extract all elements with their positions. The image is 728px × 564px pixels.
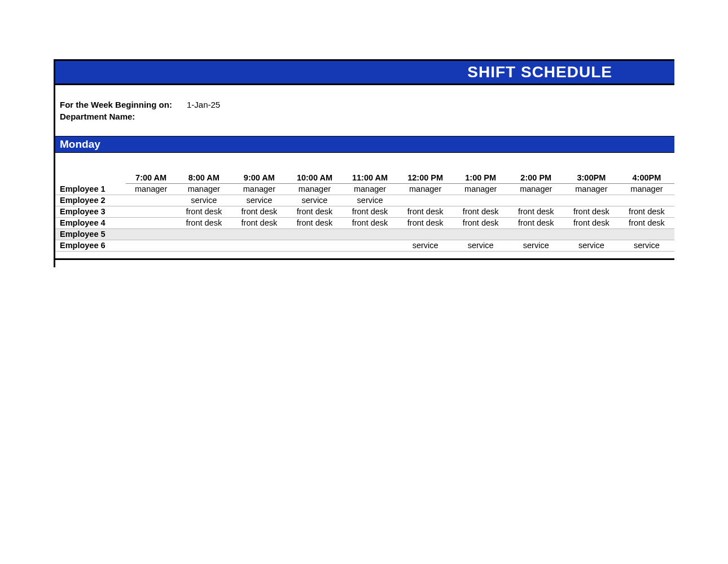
shift-cell: front desk [508, 217, 564, 228]
meta-block: For the Week Beginning on: 1-Jan-25 Depa… [55, 85, 674, 136]
shift-cell [287, 228, 342, 240]
shift-cell: manager [176, 183, 231, 195]
shift-cell [126, 217, 176, 228]
shift-cell: front desk [343, 206, 398, 217]
shift-cell: front desk [619, 206, 674, 217]
shift-cell: manager [453, 183, 508, 195]
shift-cell [619, 228, 674, 240]
shift-cell [126, 240, 176, 251]
week-beginning-label: For the Week Beginning on: [60, 99, 187, 111]
shift-cell: front desk [398, 217, 453, 228]
hour-header: 9:00 AM [231, 172, 287, 183]
shift-cell: front desk [453, 206, 508, 217]
table-row: Employee 4front deskfront deskfront desk… [55, 217, 674, 228]
shift-cell [176, 228, 231, 240]
hour-header: 12:00 PM [398, 172, 453, 183]
hour-header: 10:00 AM [287, 172, 342, 183]
hour-header: 8:00 AM [176, 172, 231, 183]
shift-cell: service [176, 195, 231, 206]
shift-cell [126, 195, 176, 206]
shift-cell: manager [343, 183, 398, 195]
shift-cell: front desk [619, 217, 674, 228]
hour-header: 7:00 AM [126, 172, 176, 183]
shift-cell: front desk [231, 206, 287, 217]
department-name-label: Department Name: [60, 111, 187, 122]
hour-header: 3:00PM [564, 172, 619, 183]
shift-cell: service [398, 240, 453, 251]
shift-cell [619, 195, 674, 206]
shift-cell: manager [564, 183, 619, 195]
shift-cell [398, 228, 453, 240]
employee-name: Employee 5 [55, 228, 126, 240]
week-beginning-value: 1-Jan-25 [187, 99, 220, 111]
meta-dept-row: Department Name: [60, 111, 674, 122]
shift-cell [453, 195, 508, 206]
shift-cell: front desk [176, 206, 231, 217]
shift-cell: front desk [287, 217, 342, 228]
shift-cell: service [564, 240, 619, 251]
shift-cell: manager [619, 183, 674, 195]
employee-name: Employee 4 [55, 217, 126, 228]
shift-cell: front desk [564, 206, 619, 217]
shift-cell: service [343, 195, 398, 206]
schedule-table-body: Employee 1managermanagermanagermanagerma… [55, 183, 674, 251]
table-row: Employee 3front deskfront deskfront desk… [55, 206, 674, 217]
shift-cell [508, 195, 564, 206]
table-row: Employee 2serviceserviceserviceservice [55, 195, 674, 206]
hour-header: 11:00 AM [343, 172, 398, 183]
header-blank [55, 172, 126, 183]
employee-name: Employee 1 [55, 183, 126, 195]
shift-cell [343, 228, 398, 240]
hour-header: 2:00 PM [508, 172, 564, 183]
shift-cell [231, 228, 287, 240]
shift-cell [453, 228, 508, 240]
shift-cell [398, 195, 453, 206]
shift-cell: front desk [564, 217, 619, 228]
hours-row: 7:00 AM 8:00 AM 9:00 AM 10:00 AM 11:00 A… [55, 172, 674, 183]
schedule-grid: 7:00 AM 8:00 AM 9:00 AM 10:00 AM 11:00 A… [55, 172, 674, 252]
shift-cell: front desk [287, 206, 342, 217]
table-row: Employee 6serviceserviceserviceservicese… [55, 240, 674, 251]
shift-cell: front desk [176, 217, 231, 228]
shift-cell: front desk [508, 206, 564, 217]
shift-cell: front desk [398, 206, 453, 217]
shift-cell: manager [231, 183, 287, 195]
employee-name: Employee 3 [55, 206, 126, 217]
shift-cell: manager [126, 183, 176, 195]
shift-cell: front desk [343, 217, 398, 228]
shift-cell: service [287, 195, 342, 206]
shift-cell: service [453, 240, 508, 251]
day-header: Monday [55, 136, 674, 153]
hour-header: 1:00 PM [453, 172, 508, 183]
shift-cell: service [619, 240, 674, 251]
schedule-table-head: 7:00 AM 8:00 AM 9:00 AM 10:00 AM 11:00 A… [55, 172, 674, 183]
footer-rule [55, 258, 674, 267]
table-row: Employee 1managermanagermanagermanagerma… [55, 183, 674, 195]
shift-cell: service [508, 240, 564, 251]
shift-cell: service [231, 195, 287, 206]
hour-header: 4:00PM [619, 172, 674, 183]
shift-cell [176, 240, 231, 251]
title-bar: SHIFT SCHEDULE [55, 59, 674, 85]
employee-name: Employee 2 [55, 195, 126, 206]
shift-cell [564, 195, 619, 206]
schedule-sheet: SHIFT SCHEDULE For the Week Beginning on… [54, 59, 674, 267]
shift-cell [508, 228, 564, 240]
shift-cell: manager [287, 183, 342, 195]
shift-cell: manager [508, 183, 564, 195]
shift-cell [126, 206, 176, 217]
shift-cell [287, 240, 342, 251]
page-title: SHIFT SCHEDULE [467, 63, 612, 81]
shift-cell [343, 240, 398, 251]
shift-cell: front desk [453, 217, 508, 228]
shift-cell [126, 228, 176, 240]
schedule-table: 7:00 AM 8:00 AM 9:00 AM 10:00 AM 11:00 A… [55, 172, 674, 252]
table-row: Employee 5 [55, 228, 674, 240]
meta-week-row: For the Week Beginning on: 1-Jan-25 [60, 99, 674, 111]
shift-cell: front desk [231, 217, 287, 228]
shift-cell [564, 228, 619, 240]
shift-cell: manager [398, 183, 453, 195]
shift-cell [231, 240, 287, 251]
employee-name: Employee 6 [55, 240, 126, 251]
